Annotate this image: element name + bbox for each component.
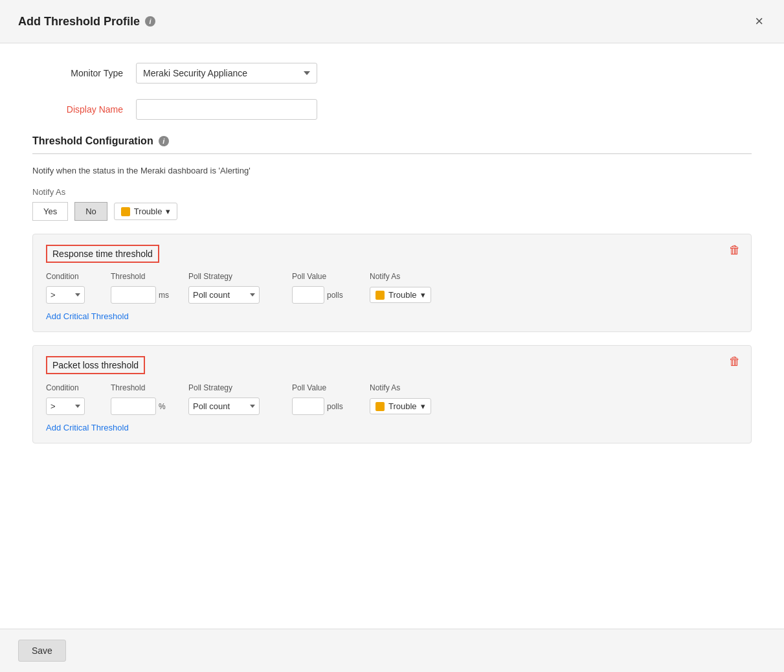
packet-loss-delete-button[interactable]: 🗑 <box>729 355 741 368</box>
response-add-critical-button[interactable]: Add Critical Threshold <box>46 311 129 321</box>
notify-description: Notify when the status in the Meraki das… <box>32 166 752 175</box>
monitor-type-label: Monitor Type <box>32 68 136 78</box>
response-condition-col-header: Condition <box>46 272 111 281</box>
trouble-dropdown-icon: ▾ <box>166 207 170 216</box>
toggle-yes-button[interactable]: Yes <box>32 202 68 221</box>
packet-loss-threshold-input-group: % <box>111 398 188 415</box>
modal-header: Add Threshold Profile i × <box>0 0 784 43</box>
response-trouble-chevron: ▾ <box>421 290 425 300</box>
threshold-config-title: Threshold Configuration <box>32 135 153 147</box>
packet-loss-poll-strategy-select[interactable]: Poll count Average <box>188 398 260 415</box>
info-icon[interactable]: i <box>145 16 155 27</box>
packet-loss-notifyas-col-header: Notify As <box>370 383 473 392</box>
packet-loss-condition-col-header: Condition <box>46 383 111 392</box>
modal-header-left: Add Threshold Profile i <box>18 15 155 28</box>
close-button[interactable]: × <box>752 12 766 31</box>
packet-loss-condition-select[interactable]: > < <box>46 398 85 415</box>
packet-loss-condition-group: > < <box>46 398 111 415</box>
response-poll-unit: polls <box>327 291 343 300</box>
toggle-no-button[interactable]: No <box>74 202 107 221</box>
toggle-group: Yes No Trouble ▾ <box>32 202 752 221</box>
packet-loss-notify-trouble-badge[interactable]: Trouble ▾ <box>370 398 431 414</box>
display-name-input[interactable] <box>136 99 317 120</box>
packet-loss-threshold-col-header: Threshold <box>111 383 188 392</box>
packet-loss-poll-strategy-group: Poll count Average <box>188 398 292 415</box>
response-threshold-row: > < ms Poll count Average <box>46 286 738 304</box>
packet-loss-poll-value-input[interactable]: 2 <box>292 398 324 415</box>
packet-loss-threshold-title: Packet loss threshold <box>46 356 145 374</box>
section-divider <box>32 153 752 154</box>
response-condition-select[interactable]: > < <box>46 286 85 304</box>
response-notify-as-group: Trouble ▾ <box>370 287 473 303</box>
packet-loss-trouble-chevron: ▾ <box>421 401 425 411</box>
response-condition-group: > < <box>46 286 111 304</box>
packet-loss-threshold-input[interactable] <box>111 398 156 415</box>
response-threshold-delete-button[interactable]: 🗑 <box>729 243 741 257</box>
packet-loss-poll-unit: polls <box>327 402 343 411</box>
packet-loss-poll-value-group: 2 polls <box>292 398 370 415</box>
threshold-config-heading: Threshold Configuration i <box>32 135 752 147</box>
notify-trouble-badge[interactable]: Trouble ▾ <box>114 203 178 220</box>
response-notify-trouble-badge[interactable]: Trouble ▾ <box>370 287 431 303</box>
response-threshold-input-group: ms <box>111 286 188 304</box>
response-threshold-unit: ms <box>159 291 169 300</box>
packet-loss-threshold-section: 🗑 Packet loss threshold Condition Thresh… <box>32 345 752 443</box>
monitor-type-row: Monitor Type Meraki Security Appliance <box>32 63 752 84</box>
packet-loss-pollvalue-col-header: Poll Value <box>292 383 370 392</box>
modal-footer: Save <box>0 629 784 672</box>
packet-loss-threshold-header: Condition Threshold Poll Strategy Poll V… <box>46 383 738 392</box>
packet-loss-threshold-unit: % <box>159 402 166 411</box>
monitor-type-select[interactable]: Meraki Security Appliance <box>136 63 317 84</box>
response-threshold-input[interactable] <box>111 286 156 304</box>
threshold-config-section: Threshold Configuration i Notify when th… <box>32 135 752 443</box>
response-threshold-title: Response time threshold <box>46 245 159 263</box>
modal-body: Monitor Type Meraki Security Appliance D… <box>0 43 784 629</box>
modal-container: Add Threshold Profile i × Monitor Type M… <box>0 0 784 672</box>
response-pollvalue-col-header: Poll Value <box>292 272 370 281</box>
response-poll-value-group: 2 polls <box>292 286 370 304</box>
display-name-row: Display Name <box>32 99 752 120</box>
response-notifyas-col-header: Notify As <box>370 272 473 281</box>
packet-loss-trouble-square <box>375 402 385 411</box>
response-poll-strategy-select[interactable]: Poll count Average <box>188 286 260 304</box>
packet-loss-threshold-row: > < % Poll count Average <box>46 398 738 415</box>
save-button[interactable]: Save <box>18 640 66 662</box>
response-trouble-label: Trouble <box>388 290 417 300</box>
notify-as-label: Notify As <box>32 187 752 197</box>
response-poll-value-input[interactable]: 2 <box>292 286 324 304</box>
response-poll-strategy-group: Poll count Average <box>188 286 292 304</box>
response-pollstrategy-col-header: Poll Strategy <box>188 272 292 281</box>
trouble-label: Trouble <box>134 207 162 216</box>
response-trouble-square <box>375 291 385 300</box>
response-threshold-header: Condition Threshold Poll Strategy Poll V… <box>46 272 738 281</box>
packet-loss-add-critical-button[interactable]: Add Critical Threshold <box>46 423 129 432</box>
packet-loss-pollstrategy-col-header: Poll Strategy <box>188 383 292 392</box>
response-threshold-col-header: Threshold <box>111 272 188 281</box>
packet-loss-notify-as-group: Trouble ▾ <box>370 398 473 414</box>
threshold-config-info-icon[interactable]: i <box>159 136 169 146</box>
display-name-label: Display Name <box>32 104 136 115</box>
trouble-color-square <box>121 207 130 216</box>
packet-loss-trouble-label: Trouble <box>388 401 417 411</box>
response-threshold-section: 🗑 Response time threshold Condition Thre… <box>32 234 752 332</box>
modal-title: Add Threshold Profile <box>18 15 140 28</box>
